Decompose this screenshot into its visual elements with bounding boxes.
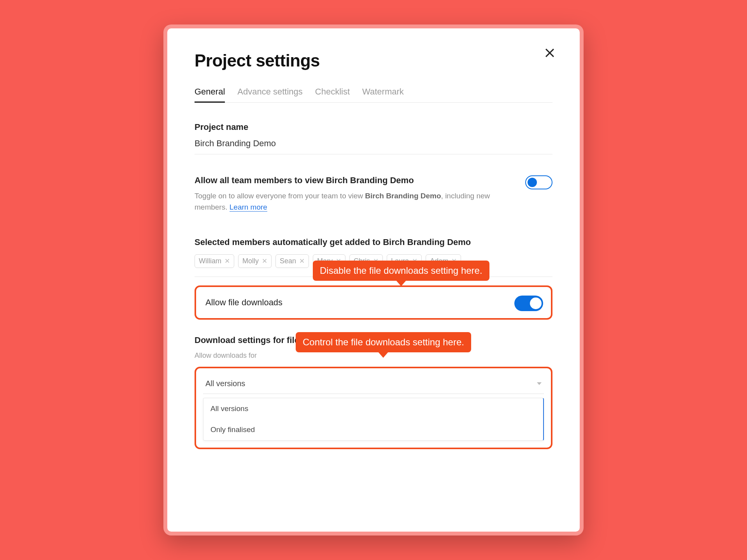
download-sub-label: Allow downloads for — [195, 352, 552, 360]
dropdown-option[interactable]: Only finalised — [203, 419, 543, 440]
highlight-allow-downloads: Disable the file downloads setting here.… — [195, 285, 552, 320]
close-button[interactable] — [543, 46, 556, 60]
chip-label: Sean — [280, 257, 296, 265]
allow-view-toggle[interactable] — [525, 175, 552, 189]
chip-remove-icon[interactable]: ✕ — [262, 257, 267, 265]
chip-label: Molly — [242, 257, 259, 265]
member-chip: William✕ — [195, 254, 234, 268]
tab-checklist[interactable]: Checklist — [315, 87, 350, 102]
tabs: General Advance settings Checklist Water… — [195, 87, 552, 103]
download-version-select[interactable]: All versions — [203, 375, 544, 394]
tab-general[interactable]: General — [195, 87, 225, 102]
allow-downloads-toggle[interactable] — [514, 296, 542, 310]
callout-control-downloads: Control the file downloads setting here. — [296, 332, 471, 352]
project-name-label: Project name — [195, 122, 552, 132]
members-label: Selected members automatically get added… — [195, 237, 552, 247]
allow-downloads-label: Allow file downloads — [205, 298, 282, 308]
modal-title: Project settings — [195, 51, 552, 70]
modal-backdrop: Project settings General Advance setting… — [163, 24, 584, 536]
chip-label: William — [199, 257, 221, 265]
allow-view-row: Allow all team members to view Birch Bra… — [195, 175, 552, 213]
member-chip: Sean✕ — [275, 254, 309, 268]
allow-view-help-bold: Birch Branding Demo — [365, 192, 441, 200]
highlight-download-select: All versions All versions Only finalised — [195, 367, 552, 449]
project-name-input[interactable] — [195, 132, 552, 154]
allow-view-label: Allow all team members to view Birch Bra… — [195, 175, 475, 186]
project-settings-modal: Project settings General Advance setting… — [167, 28, 580, 532]
allow-view-help: Toggle on to allow everyone from your te… — [195, 190, 498, 213]
close-icon — [543, 46, 556, 60]
tab-advance-settings[interactable]: Advance settings — [237, 87, 303, 102]
chevron-down-icon — [537, 382, 542, 385]
dropdown-option[interactable]: All versions — [203, 398, 543, 419]
learn-more-link[interactable]: Learn more — [230, 203, 267, 212]
chip-remove-icon[interactable]: ✕ — [299, 257, 305, 265]
select-value: All versions — [205, 379, 245, 388]
tab-watermark[interactable]: Watermark — [362, 87, 404, 102]
chip-remove-icon[interactable]: ✕ — [224, 257, 230, 265]
allow-view-help-prefix: Toggle on to allow everyone from your te… — [195, 192, 365, 200]
callout-disable-downloads: Disable the file downloads setting here. — [313, 261, 489, 281]
member-chip: Molly✕ — [238, 254, 272, 268]
download-version-dropdown: All versions Only finalised — [203, 398, 544, 441]
